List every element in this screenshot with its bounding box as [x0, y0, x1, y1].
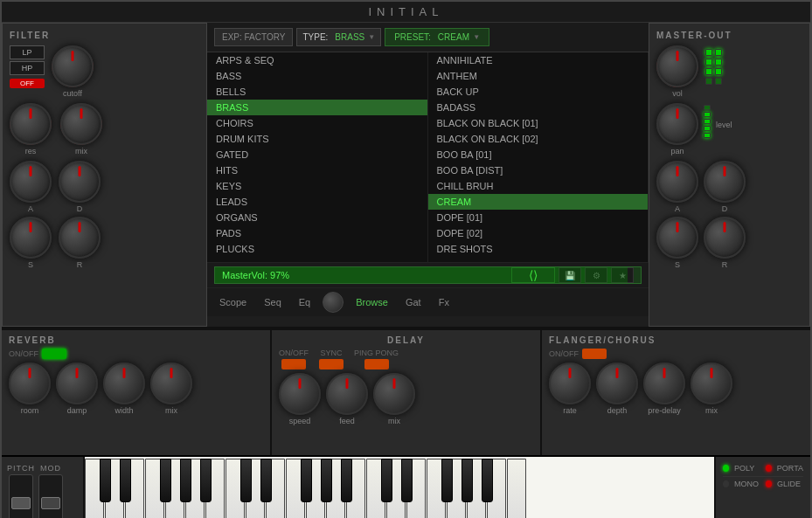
black-key-oct2-semi6[interactable]: [441, 459, 453, 502]
lp-button[interactable]: LP: [10, 45, 45, 59]
mod-slider[interactable]: [38, 474, 63, 518]
preset-list-item-annihilate[interactable]: ANNIHILATE: [428, 52, 649, 68]
master-r-knob[interactable]: [704, 217, 746, 259]
hp-button[interactable]: HP: [10, 61, 45, 75]
reverb-toggle[interactable]: [42, 349, 66, 359]
poly-label: POLY: [734, 464, 760, 473]
black-key-oct0-semi1[interactable]: [100, 459, 111, 502]
vol-knob[interactable]: [656, 45, 698, 87]
type-list-item-pads[interactable]: PADS: [207, 225, 427, 241]
type-list-item-bass[interactable]: BASS: [207, 68, 427, 84]
delay-sync-toggle[interactable]: [319, 359, 344, 370]
type-list-item-choirs[interactable]: CHOIRS: [207, 115, 427, 131]
keyboard-area[interactable]: [85, 457, 714, 518]
type-value: BRASS: [335, 32, 364, 42]
white-key-21[interactable]: [507, 459, 526, 518]
preset-list-item-dope2[interactable]: DOPE [02]: [428, 225, 649, 241]
type-list-item-arps[interactable]: ARPS & SEQ: [207, 52, 427, 68]
pan-knob[interactable]: [656, 103, 698, 145]
master-d-knob[interactable]: [704, 161, 746, 203]
black-key-oct1-semi3[interactable]: [260, 459, 272, 502]
preset-list-item-boobackdist[interactable]: BOO BA [DIST]: [428, 162, 649, 178]
type-list-item-plucks[interactable]: PLUCKS: [207, 241, 427, 257]
black-key-oct1-semi1[interactable]: [240, 459, 252, 502]
filter-a-knob[interactable]: [10, 161, 52, 203]
black-key-oct1-semi6[interactable]: [301, 459, 312, 502]
delay-toggle[interactable]: [281, 359, 306, 370]
master-s-knob[interactable]: [656, 217, 698, 259]
browse-btn[interactable]: Browse: [350, 295, 393, 309]
nav-dial[interactable]: [323, 292, 344, 313]
eq-btn[interactable]: Eq: [294, 295, 316, 309]
delay-ping-toggle[interactable]: [364, 359, 389, 370]
black-key-oct0-semi3[interactable]: [120, 459, 131, 502]
type-list-item-hits[interactable]: HITS: [207, 162, 427, 178]
type-list-item-brass[interactable]: BRASS: [207, 100, 427, 115]
black-key-oct1-semi8[interactable]: [321, 459, 332, 502]
flanger-toggle[interactable]: [582, 349, 607, 359]
type-select[interactable]: TYPE: BRASS ▼: [296, 28, 381, 46]
preset-list-item-blackonblack2[interactable]: BLACK ON BLACK [02]: [428, 131, 649, 147]
flanger-rate-knob[interactable]: [549, 363, 591, 404]
delay-mix-label: mix: [388, 417, 400, 425]
filter-a-label: A: [28, 204, 33, 213]
type-list-item-bells[interactable]: BELLS: [207, 84, 427, 100]
fx-btn[interactable]: Fx: [434, 295, 455, 309]
type-list-item-drumkits[interactable]: DRUM KITS: [207, 131, 427, 147]
delay-speed-knob[interactable]: [279, 373, 321, 415]
preset-list-item-blackonblack1[interactable]: BLACK ON BLACK [01]: [428, 115, 649, 131]
reverb-mix-knob[interactable]: [150, 363, 192, 404]
filter-s-knob[interactable]: [10, 217, 52, 259]
reverb-width-knob[interactable]: [103, 363, 145, 404]
master-out-panel: MASTER-OUT vol: [649, 23, 810, 327]
exp-label[interactable]: EXP: FACTORY: [214, 28, 293, 46]
preset-list-item-anthem[interactable]: ANTHEM: [428, 68, 649, 84]
pitch-slider[interactable]: [9, 474, 33, 518]
reverb-damp-knob[interactable]: [56, 363, 98, 404]
type-list-item-organs[interactable]: ORGANS: [207, 210, 427, 225]
delay-feed-knob[interactable]: [326, 373, 368, 415]
preset-list-item-dope1[interactable]: DOPE [01]: [428, 210, 649, 225]
gat-btn[interactable]: Gat: [400, 295, 427, 309]
flanger-predelay-knob[interactable]: [643, 363, 685, 404]
preset-list-item-dreshots[interactable]: DRE SHOTS: [428, 241, 649, 257]
mix-knob[interactable]: [60, 103, 102, 145]
black-key-oct0-semi8[interactable]: [180, 459, 191, 502]
black-key-oct0-semi6[interactable]: [160, 459, 171, 502]
flanger-panel: FLANGER/CHORUS ON/OFF rate depth pre-del…: [542, 330, 810, 455]
preset-list-item-badass[interactable]: BADASS: [428, 100, 649, 115]
black-key-oct2-semi10[interactable]: [482, 459, 493, 502]
delay-mix-knob[interactable]: [373, 373, 415, 415]
preset-list-item-chillbruh[interactable]: CHILL BRUH: [428, 178, 649, 194]
black-key-oct1-semi10[interactable]: [341, 459, 352, 502]
reverb-width-label: width: [115, 406, 133, 415]
master-vol-bar[interactable]: MasterVol: 97% ⟨⟩ 💾 ⚙ ★: [214, 266, 642, 284]
black-key-oct2-semi3[interactable]: [401, 459, 413, 502]
filter-d-knob[interactable]: [59, 161, 101, 203]
mod-thumb: [41, 497, 60, 509]
type-list-item-keys[interactable]: KEYS: [207, 178, 427, 194]
flanger-depth-knob[interactable]: [596, 363, 638, 404]
poly-mono-section: POLY PORTA MONO GLIDE: [714, 457, 810, 518]
preset-list-item-backup[interactable]: BACK UP: [428, 84, 649, 100]
bottom-section: REVERB ON/OFF room damp width: [2, 328, 810, 455]
preset-select[interactable]: PRESET: CREAM ▼: [385, 28, 489, 46]
preset-list-item-booba1[interactable]: BOO BA [01]: [428, 147, 649, 162]
preset-list-item-cream[interactable]: CREAM: [428, 194, 649, 210]
black-key-oct2-semi1[interactable]: [381, 459, 392, 502]
black-key-oct2-semi8[interactable]: [462, 459, 473, 502]
reverb-room-knob[interactable]: [9, 363, 51, 404]
black-key-oct0-semi10[interactable]: [200, 459, 212, 502]
res-knob[interactable]: [10, 103, 52, 145]
scope-btn[interactable]: Scope: [214, 295, 252, 309]
master-bar-area: MasterVol: 97% ⟨⟩ 💾 ⚙ ★: [207, 262, 649, 287]
flanger-mix-knob[interactable]: [691, 363, 732, 404]
type-list-item-gated[interactable]: GATED: [207, 147, 427, 162]
flanger-knobs: rate depth pre-delay mix: [549, 363, 803, 415]
filter-r-knob[interactable]: [59, 217, 101, 259]
master-a-knob[interactable]: [656, 161, 698, 203]
vol-knob-container: vol: [656, 45, 698, 98]
cutoff-knob[interactable]: [52, 45, 94, 87]
seq-btn[interactable]: Seq: [259, 295, 287, 309]
type-list-item-leads[interactable]: LEADS: [207, 194, 427, 210]
